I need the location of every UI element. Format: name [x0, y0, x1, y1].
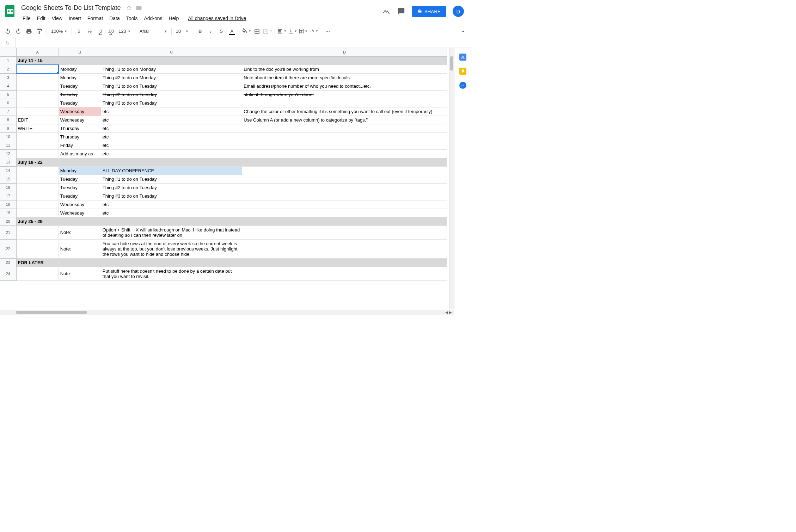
cell[interactable] [242, 132, 447, 141]
cell[interactable] [101, 258, 242, 267]
cell[interactable] [16, 192, 59, 200]
cell[interactable] [242, 149, 447, 158]
italic-button[interactable]: I [206, 27, 216, 36]
cell[interactable]: ALL DAY CONFERENCE [101, 166, 242, 175]
cell[interactable]: Thing #2 to do on Monday [101, 73, 242, 82]
cell[interactable] [242, 217, 447, 225]
cell[interactable] [242, 158, 447, 166]
calendar-icon[interactable]: 31 [459, 54, 466, 61]
cell[interactable]: Wednesday [59, 200, 101, 209]
cell[interactable]: July 18 - 22 [16, 158, 59, 166]
cell[interactable]: Wednesday [59, 107, 101, 116]
share-button[interactable]: SHARE [412, 6, 446, 17]
cell[interactable] [101, 158, 242, 166]
text-rotation-button[interactable]: ▼ [309, 27, 319, 36]
cell[interactable]: Thing #2 to do on Tuesday [101, 90, 242, 99]
cell[interactable]: Monday [59, 65, 101, 73]
cell[interactable]: etc [101, 116, 242, 124]
row-header[interactable]: 16 [0, 183, 16, 192]
cell[interactable]: Note about the item if there are more sp… [242, 73, 447, 82]
row-header[interactable]: 15 [0, 175, 16, 183]
cell[interactable] [16, 183, 59, 192]
cell[interactable]: July 11 - 15 [16, 56, 59, 65]
row-header[interactable]: 14 [0, 166, 16, 175]
row-header[interactable]: 19 [0, 209, 16, 217]
cell[interactable]: etc [101, 149, 242, 158]
menu-format[interactable]: Format [85, 14, 106, 23]
font-dropdown[interactable]: Arial▼ [137, 27, 169, 36]
sheet-nav-arrows[interactable]: ◀ ▶ [443, 310, 454, 315]
cell[interactable]: etc [101, 209, 242, 217]
cell[interactable] [16, 73, 59, 82]
horizontal-scrollbar[interactable]: ◀ ▶ [0, 310, 454, 315]
cell[interactable] [59, 258, 101, 267]
cell[interactable]: Tuesday [59, 90, 101, 99]
row-header[interactable]: 17 [0, 192, 16, 200]
cell[interactable] [16, 82, 59, 90]
cell[interactable]: Note: [59, 267, 101, 280]
comments-icon[interactable] [397, 7, 405, 16]
cell[interactable] [16, 175, 59, 183]
row-header[interactable]: 18 [0, 200, 16, 209]
merge-cells-button[interactable]: ▼ [263, 27, 273, 36]
currency-button[interactable]: $ [74, 27, 84, 36]
vertical-align-button[interactable]: ▼ [288, 27, 298, 36]
cell[interactable]: Monday [59, 73, 101, 82]
cell[interactable] [16, 225, 59, 239]
row-header[interactable]: 9 [0, 124, 16, 132]
cell[interactable]: You can hide rows at the end of every we… [101, 239, 242, 258]
cell[interactable]: EDIT [16, 116, 59, 124]
row-header[interactable]: 4 [0, 82, 16, 90]
cell[interactable]: Thursday [59, 124, 101, 132]
cell[interactable]: etc [101, 141, 242, 149]
cell[interactable] [16, 200, 59, 209]
cell[interactable] [242, 258, 447, 267]
column-header[interactable]: D [242, 48, 447, 56]
cell[interactable] [242, 141, 447, 149]
cell[interactable]: Note: [59, 225, 101, 239]
cell[interactable] [242, 56, 447, 65]
folder-icon[interactable] [136, 5, 142, 11]
cell[interactable] [16, 141, 59, 149]
row-header[interactable]: 7 [0, 107, 16, 116]
tasks-icon[interactable] [459, 82, 466, 89]
cell[interactable]: Tuesday [59, 175, 101, 183]
cell[interactable]: Put stuff here that doesn't need to be d… [101, 267, 242, 280]
redo-button[interactable] [13, 27, 23, 36]
row-header[interactable]: 13 [0, 158, 16, 166]
cell[interactable]: Thursday [59, 132, 101, 141]
star-icon[interactable] [126, 5, 132, 11]
borders-button[interactable] [252, 27, 262, 36]
row-header[interactable]: 11 [0, 141, 16, 149]
column-header[interactable]: B [59, 48, 101, 56]
cell[interactable] [242, 166, 447, 175]
cell[interactable] [16, 99, 59, 107]
cell[interactable] [59, 56, 101, 65]
collapse-toolbar-button[interactable] [458, 27, 468, 36]
cell[interactable]: Option + Shift + X will strikethrough on… [101, 225, 242, 239]
row-header[interactable]: 10 [0, 132, 16, 141]
cell[interactable] [242, 192, 447, 200]
strikethrough-button[interactable]: S [216, 27, 226, 36]
cell[interactable] [16, 209, 59, 217]
cell[interactable]: etc [101, 200, 242, 209]
zoom-dropdown[interactable]: 100%▼ [49, 27, 69, 36]
cell[interactable]: Wednesday [59, 116, 101, 124]
paint-format-button[interactable] [35, 27, 44, 36]
select-all-corner[interactable] [0, 48, 16, 56]
column-header[interactable]: C [101, 48, 242, 56]
cell[interactable]: etc [101, 107, 242, 116]
account-avatar[interactable]: D [453, 6, 464, 17]
menu-edit[interactable]: Edit [34, 14, 48, 23]
row-header[interactable]: 2 [0, 65, 16, 73]
menu-file[interactable]: File [20, 14, 33, 23]
cell[interactable]: etc [101, 132, 242, 141]
keep-icon[interactable] [459, 68, 466, 75]
more-button[interactable]: ⋯ [323, 27, 333, 36]
horizontal-align-button[interactable]: ▼ [277, 27, 287, 36]
cell[interactable]: Friday [59, 141, 101, 149]
row-header[interactable]: 23 [0, 258, 16, 267]
text-wrap-button[interactable]: ▼ [298, 27, 308, 36]
cell[interactable]: Tuesday [59, 192, 101, 200]
cell[interactable]: etc [101, 124, 242, 132]
